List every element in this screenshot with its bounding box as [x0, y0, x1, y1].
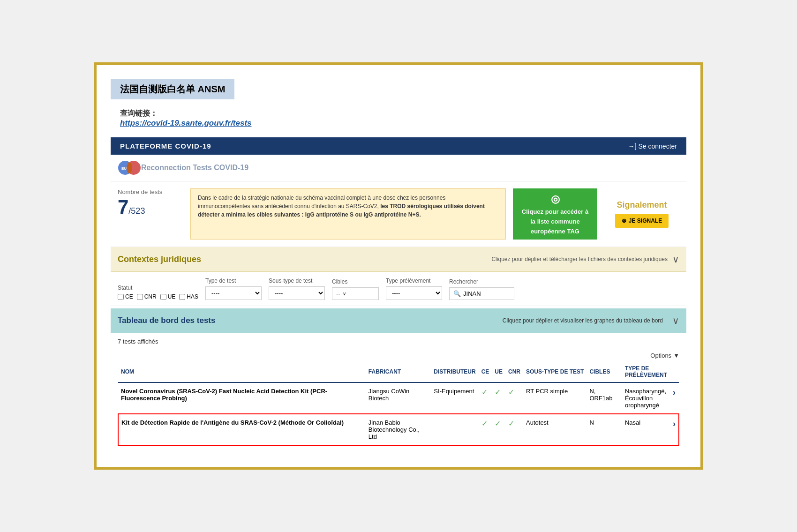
has-checkbox[interactable] [179, 294, 185, 300]
sous-type-select[interactable]: ---- [269, 286, 325, 300]
table-header: NOM FABRICANT DISTRIBUTEUR CE UE CNR SOU… [118, 361, 679, 382]
dashboard-chevron: ∨ [672, 315, 679, 326]
row1-arrow-icon: › [673, 388, 676, 397]
cnr-checkbox[interactable] [137, 294, 143, 300]
row1-fabricant: Jiangsu CoWin Biotech [366, 382, 431, 414]
row1-nom: Novel Coronavirus (SRAS-CoV-2) Fast Nucl… [118, 382, 366, 414]
signalement-label: JE SIGNALE [629, 217, 662, 224]
row2-ue-check: ✓ [495, 420, 501, 427]
th-cnr: CNR [505, 361, 523, 382]
signalement-button[interactable]: ⊗ JE SIGNALE [615, 214, 669, 228]
data-table: NOM FABRICANT DISTRIBUTEUR CE UE CNR SOU… [118, 361, 679, 446]
options-label: Options [650, 352, 671, 359]
sous-type-label: Sous-type de test [269, 277, 325, 284]
options-button[interactable]: Options ▼ [650, 352, 679, 359]
row1-arrow[interactable]: › [670, 382, 679, 414]
green-btn-line2: la liste commune [530, 218, 579, 225]
table-row[interactable]: Novel Coronavirus (SRAS-CoV-2) Fast Nucl… [118, 382, 679, 414]
row1-prelevement: Nasopharyngé,Écouvillonoropharyngé [622, 382, 670, 414]
signalement-title: Signalement [617, 200, 667, 210]
type-test-select[interactable]: ---- [205, 286, 262, 300]
ue-checkbox-label[interactable]: UE [160, 293, 176, 300]
cibles-placeholder: -- [336, 290, 340, 297]
contextes-chevron: ∨ [672, 254, 679, 265]
row1-cnr-check: ✓ [508, 388, 514, 396]
cnr-checkbox-label[interactable]: CNR [137, 293, 157, 300]
results-count: 7 tests affichés [118, 338, 158, 345]
row2-arrow[interactable]: › [670, 414, 679, 445]
test-count-label: Nombre de tests [118, 188, 183, 195]
contextes-bar[interactable]: Contextes juridiques Cliquez pour déplie… [111, 247, 686, 272]
th-distributeur: DISTRIBUTEUR [431, 361, 478, 382]
row1-cnr: ✓ [505, 382, 523, 414]
green-button[interactable]: ◎ Cliquez pour accéder à la liste commun… [513, 188, 597, 240]
row2-cibles: N [586, 414, 622, 445]
test-count-box: Nombre de tests 7 /523 [118, 188, 183, 240]
contextes-title: Contextes juridiques [118, 255, 201, 264]
green-btn-line3: européenne TAG [531, 228, 579, 235]
test-count-number: 7 [118, 197, 128, 217]
th-ce: CE [479, 361, 492, 382]
row1-distributeur: SI-Equipement [431, 382, 478, 414]
table-container: NOM FABRICANT DISTRIBUTEUR CE UE CNR SOU… [111, 361, 686, 453]
test-count-total: /523 [128, 206, 145, 216]
logo-text: Reconnection Tests COVID-19 [141, 164, 248, 172]
row2-sous-type: Autotest [523, 414, 586, 445]
green-btn-icon: ◎ [551, 193, 560, 205]
page-title: 法国自测版白名单 ANSM [111, 79, 234, 99]
row1-sous-type: RT PCR simple [523, 382, 586, 414]
row2-ce: ✓ [479, 414, 492, 445]
table-body: Novel Coronavirus (SRAS-CoV-2) Fast Nucl… [118, 382, 679, 445]
filter-statut: Statut CE CNR UE HAS [118, 285, 198, 300]
query-label: 查询链接： [120, 109, 686, 119]
logo-circles: EU [118, 158, 141, 177]
row1-ue-check: ✓ [495, 388, 501, 396]
row1-ce-check: ✓ [481, 388, 488, 396]
prelevement-select[interactable]: ---- [386, 286, 442, 300]
cnr-label: CNR [144, 293, 157, 300]
row2-cnr-check: ✓ [508, 420, 514, 427]
filter-cibles: Cibles -- ∨ [332, 278, 379, 300]
has-label: HAS [187, 293, 198, 300]
ce-checkbox-label[interactable]: CE [118, 293, 133, 300]
title-text: 法国自测版白名单 ANSM [120, 84, 225, 94]
row2-distributeur [431, 414, 478, 445]
logo-bar: EU Reconnection Tests COVID-19 [111, 155, 686, 181]
row2-ue: ✓ [492, 414, 505, 445]
row2-prelevement: Nasal [622, 414, 670, 445]
row2-ce-check: ✓ [481, 420, 488, 427]
filter-sous-type: Sous-type de test ---- [269, 277, 325, 300]
header-row: NOM FABRICANT DISTRIBUTEUR CE UE CNR SOU… [118, 361, 679, 382]
rechercher-label: Rechercher [449, 278, 514, 285]
outer-frame: 法国自测版白名单 ANSM 查询链接： https://covid-19.san… [94, 62, 703, 470]
ce-checkbox[interactable] [118, 294, 124, 300]
login-button[interactable]: →] Se connecter [628, 142, 677, 150]
ce-label: CE [125, 293, 133, 300]
filter-type-test: Type de test ---- [205, 277, 262, 300]
table-row[interactable]: Kit de Détection Rapide de l'Antigène du… [118, 414, 679, 445]
cibles-label: Cibles [332, 278, 379, 285]
has-checkbox-label[interactable]: HAS [179, 293, 198, 300]
info-box: Dans le cadre de la stratégie nationale … [190, 188, 506, 240]
row1-ce: ✓ [479, 382, 492, 414]
th-cibles: CIBLES [586, 361, 622, 382]
row2-fabricant: Jinan BabioBiotechnology Co., Ltd [366, 414, 431, 445]
ue-checkbox[interactable] [160, 294, 166, 300]
prelevement-label: Type prélèvement [386, 277, 442, 284]
th-ue: UE [492, 361, 505, 382]
th-arrow [670, 361, 679, 382]
type-test-label: Type de test [205, 277, 262, 284]
th-sous-type: SOUS-TYPE DE TEST [523, 361, 586, 382]
query-link[interactable]: https://covid-19.sante.gouv.fr/tests [120, 119, 686, 128]
dashboard-bar[interactable]: Tableau de bord des tests Cliquez pour d… [111, 308, 686, 333]
query-section: 查询链接： https://covid-19.sante.gouv.fr/tes… [111, 109, 686, 128]
svg-text:EU: EU [121, 166, 127, 171]
search-input[interactable] [463, 290, 510, 297]
dashboard-title: Tableau de bord des tests [118, 316, 215, 325]
filter-prelevement: Type prélèvement ---- [386, 277, 442, 300]
signalement-icon: ⊗ [622, 217, 626, 224]
top-nav: PLATEFORME COVID-19 →] Se connecter [111, 137, 686, 155]
th-nom: NOM [118, 361, 366, 382]
search-icon: 🔍 [453, 290, 461, 297]
row2-cnr: ✓ [505, 414, 523, 445]
